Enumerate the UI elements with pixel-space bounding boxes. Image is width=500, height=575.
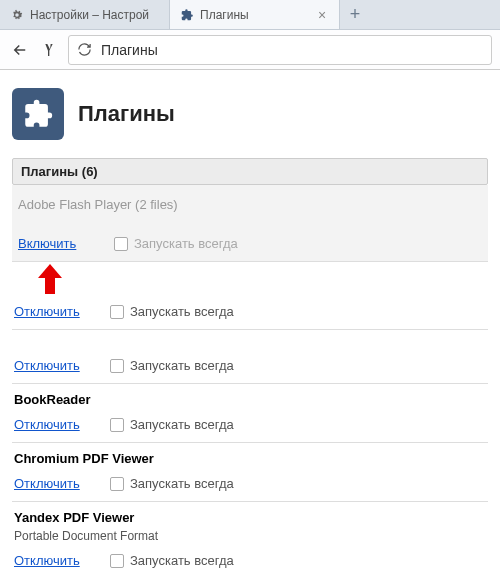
plugin-name: Yandex PDF Viewer <box>12 506 488 529</box>
always-run-toggle[interactable]: Запускать всегда <box>110 553 234 568</box>
address-bar[interactable]: Плагины <box>68 35 492 65</box>
checkbox[interactable] <box>114 237 128 251</box>
puzzle-icon <box>180 8 194 22</box>
tab-bar: Настройки – Настрой Плагины × + <box>0 0 500 30</box>
checkbox[interactable] <box>110 305 124 319</box>
plugin-item: BookReader Отключить Запускать всегда <box>12 388 488 443</box>
checkbox[interactable] <box>110 554 124 568</box>
plugin-name: Adobe Flash Player (2 files) <box>16 193 484 216</box>
disable-link[interactable]: Отключить <box>14 358 92 373</box>
disable-link[interactable]: Отключить <box>14 553 92 568</box>
page-title: Плагины <box>78 101 175 127</box>
plugin-item: Отключить Запускать всегда <box>12 352 488 384</box>
tab-plugins[interactable]: Плагины × <box>170 0 340 29</box>
plugin-item: Chromium PDF Viewer Отключить Запускать … <box>12 447 488 502</box>
pointer-arrow-icon <box>40 266 60 294</box>
plugin-subtitle: Portable Document Format <box>12 529 488 547</box>
page-content: Плагины Плагины (6) Adobe Flash Player (… <box>0 70 500 575</box>
gear-icon <box>10 8 24 22</box>
always-run-toggle[interactable]: Запускать всегда <box>110 476 234 491</box>
checkbox[interactable] <box>110 418 124 432</box>
back-button[interactable] <box>8 38 32 62</box>
always-run-toggle[interactable]: Запускать всегда <box>110 358 234 373</box>
always-run-toggle[interactable]: Запускать всегда <box>110 417 234 432</box>
plugins-logo <box>12 88 64 140</box>
always-run-toggle[interactable]: Запускать всегда <box>110 304 234 319</box>
reload-icon[interactable] <box>75 41 93 59</box>
disable-link[interactable]: Отключить <box>14 417 92 432</box>
tab-title: Плагины <box>200 8 309 22</box>
plugin-item: Adobe Flash Player (2 files) Включить За… <box>12 185 488 262</box>
disable-link[interactable]: Отключить <box>14 476 92 491</box>
close-icon[interactable]: × <box>315 8 329 22</box>
enable-link[interactable]: Включить <box>18 236 96 251</box>
new-tab-button[interactable]: + <box>340 0 370 29</box>
plugin-item: Yandex PDF Viewer Portable Document Form… <box>12 506 488 575</box>
yandex-home-button[interactable] <box>38 38 62 62</box>
plugin-item: Отключить Запускать всегда <box>12 298 488 330</box>
plugin-name: BookReader <box>12 388 488 411</box>
page-header: Плагины <box>12 80 488 158</box>
section-header: Плагины (6) <box>12 158 488 185</box>
tab-title: Настройки – Настрой <box>30 8 159 22</box>
address-text: Плагины <box>101 42 158 58</box>
always-run-toggle[interactable]: Запускать всегда <box>114 236 238 251</box>
nav-bar: Плагины <box>0 30 500 70</box>
disable-link[interactable]: Отключить <box>14 304 92 319</box>
checkbox[interactable] <box>110 477 124 491</box>
checkbox[interactable] <box>110 359 124 373</box>
tab-settings[interactable]: Настройки – Настрой <box>0 0 170 29</box>
plugin-name: Chromium PDF Viewer <box>12 447 488 470</box>
